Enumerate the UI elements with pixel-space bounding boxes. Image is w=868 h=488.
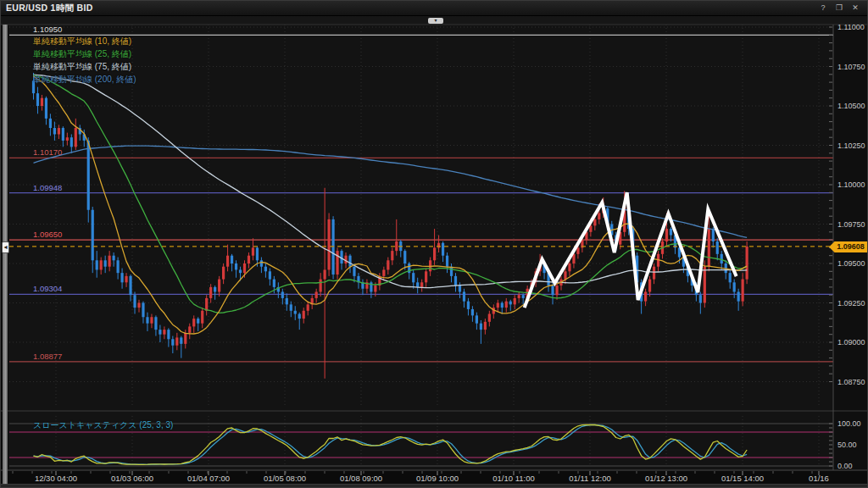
time-axis-label: 01/15 14:00 [721,474,764,483]
time-axis-label: 01/16 [809,474,829,483]
level-price-label: 1.08877 [33,352,62,361]
time-axis-label: 01/04 07:00 [187,474,230,483]
ma-legend: 単純移動平均線 (10, 終値)単純移動平均線 (25, 終値)単純移動平均線 … [33,35,136,86]
price-axis-label: 1.09500 [837,259,865,268]
time-axis-label: 01/09 10:00 [416,474,459,483]
time-axis-label: 01/10 11:00 [492,474,534,483]
level-price-label: 1.10170 [33,147,62,157]
price-axis-label: 1.10500 [837,102,865,110]
time-axis-label: 01/11 12:00 [569,474,610,483]
level-price-label: 1.09304 [33,284,62,293]
price-axis-label: 1.09750 [837,220,865,229]
price-axis-label: 1.10250 [837,141,865,150]
time-axis-label: 01/08 09:00 [340,474,382,483]
price-axis-label: 1.09250 [837,299,865,308]
window-bottom-edge [1,484,867,488]
chart-window: EUR/USD 1時間 BID ? ❐ ✕ ▾ ◂ 単純移動平均線 (10, 終… [0,0,868,488]
price-line-handle[interactable]: ◂ [2,241,9,253]
legend-ma-200: 単純移動平均線 (200, 終値) [33,73,136,86]
level-price-label: 1.09948 [33,183,62,192]
time-axis-label: 01/12 13:00 [645,474,687,483]
price-axis-label: 1.10000 [837,180,865,189]
time-axis-label: 01/03 06:00 [111,474,153,483]
stoch-axis-label: 0.00 [837,462,853,470]
left-splitter-strip[interactable] [3,25,8,484]
time-axis-label: 12/30 04:00 [35,474,77,483]
price-axis-label: 1.11000 [837,23,865,31]
level-price-label: 1.10950 [33,25,62,34]
current-price-badge: 1.09608 [829,241,868,252]
time-axis-label: 01/05 08:00 [264,474,306,483]
stochastic-legend-label: スローストキャスティクス (25, 3, 3) [33,419,173,431]
legend-ma-10: 単純移動平均線 (10, 終値) [33,35,136,47]
level-price-label: 1.09650 [33,230,62,239]
stoch-axis-label: 50.00 [837,441,857,449]
stoch-axis-label: 100.00 [837,419,861,428]
price-axis-label: 1.09000 [837,338,865,347]
price-axis-label: 1.10750 [837,63,865,71]
legend-ma-25: 単純移動平均線 (25, 終値) [33,47,136,60]
price-axis-label: 1.08750 [837,378,865,386]
legend-ma-75: 単純移動平均線 (75, 終値) [33,60,136,73]
